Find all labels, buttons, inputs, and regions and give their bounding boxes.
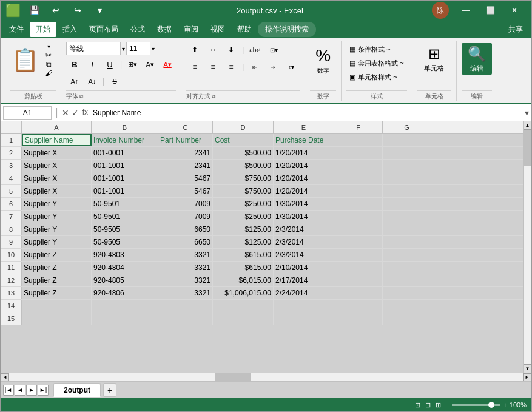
cell[interactable] <box>334 300 383 312</box>
row-number[interactable]: 3 <box>1 160 22 172</box>
cell[interactable]: $500.00 <box>213 160 274 172</box>
scroll-thumb[interactable] <box>524 130 531 166</box>
cell[interactable] <box>213 312 274 325</box>
row-number[interactable]: 10 <box>1 249 22 261</box>
cell[interactable] <box>383 185 431 197</box>
cell-style-button[interactable]: ▣ 单元格样式 ~ <box>346 71 406 84</box>
row-number[interactable]: 6 <box>1 198 22 210</box>
user-avatar[interactable]: 陈 <box>432 2 449 19</box>
cell[interactable] <box>158 300 213 312</box>
cell-reference-input[interactable] <box>3 106 52 120</box>
cell[interactable]: 6650 <box>158 223 213 235</box>
zoom-out-button[interactable]: − <box>446 401 450 408</box>
align-left-button[interactable]: ≡ <box>186 59 203 75</box>
border-button[interactable]: ⊞▾ <box>124 56 141 72</box>
bold-button[interactable]: B <box>66 56 83 72</box>
menu-data[interactable]: 数据 <box>151 22 178 37</box>
cell[interactable] <box>334 249 383 261</box>
fill-color-button[interactable]: A▾ <box>141 56 158 72</box>
cell[interactable] <box>334 172 383 184</box>
cell[interactable]: 5467 <box>158 185 213 197</box>
align-dialog-launcher[interactable]: ⧉ <box>212 93 215 100</box>
zoom-in-button[interactable]: + <box>503 401 507 408</box>
cell[interactable]: 1/20/2014 <box>274 185 334 197</box>
cell[interactable] <box>22 300 92 312</box>
font-dialog-launcher[interactable]: ⧉ <box>79 93 83 100</box>
cell[interactable]: 50-9501 <box>92 211 158 223</box>
underline-button[interactable]: U <box>101 56 118 72</box>
cell[interactable] <box>158 312 213 325</box>
menu-home[interactable]: 开始 <box>30 22 56 37</box>
col-header-b[interactable]: B <box>92 121 158 133</box>
cell[interactable]: $750.00 <box>213 185 274 197</box>
cell[interactable] <box>383 147 431 159</box>
font-name-dropdown[interactable]: ▾ <box>122 46 125 52</box>
cell[interactable]: 2/3/2014 <box>274 249 334 261</box>
cell[interactable] <box>383 134 431 146</box>
restore-button[interactable]: ⬜ <box>478 1 502 20</box>
cell[interactable]: Supplier X <box>22 172 92 184</box>
tab-nav-prev[interactable]: ◄ <box>15 385 25 396</box>
cell[interactable] <box>334 223 383 235</box>
align-top-button[interactable]: ⬆ <box>186 42 203 58</box>
menu-help[interactable]: 帮助 <box>231 22 258 37</box>
pagebreak-view-button[interactable]: ⊞ <box>436 401 441 409</box>
cell[interactable]: Supplier X <box>22 147 92 159</box>
cell[interactable] <box>334 236 383 248</box>
conditional-format-button[interactable]: ▦ 条件格式 ~ <box>346 43 406 56</box>
row-number[interactable]: 15 <box>1 312 22 325</box>
formula-input[interactable] <box>90 106 522 120</box>
decrease-font-button[interactable]: A↓ <box>84 73 101 89</box>
cell[interactable]: 50-9505 <box>92 236 158 248</box>
cell[interactable]: $250.00 <box>213 198 274 210</box>
cell[interactable]: Supplier Z <box>22 274 92 286</box>
cell[interactable] <box>334 274 383 286</box>
cell[interactable] <box>334 147 383 159</box>
cell[interactable]: 001-1001 <box>92 160 158 172</box>
italic-button[interactable]: I <box>84 56 101 72</box>
col-header-g[interactable]: G <box>383 121 431 133</box>
menu-page-layout[interactable]: 页面布局 <box>83 22 124 37</box>
cell[interactable]: 7009 <box>158 198 213 210</box>
percent-button[interactable]: % 数字 <box>310 43 336 78</box>
menu-share[interactable]: 共享 <box>502 22 529 37</box>
cell[interactable]: 3321 <box>158 274 213 286</box>
cell[interactable]: $615.00 <box>213 249 274 261</box>
align-bottom-button[interactable]: ⬇ <box>223 42 240 58</box>
row-number[interactable]: 12 <box>1 274 22 286</box>
cell[interactable] <box>383 300 431 312</box>
cell[interactable]: 1/20/2014 <box>274 147 334 159</box>
cell[interactable]: $615.00 <box>213 262 274 274</box>
cell[interactable]: 001-0001 <box>92 147 158 159</box>
minimize-button[interactable]: — <box>454 1 478 20</box>
cell[interactable]: Part Number <box>158 134 213 146</box>
scroll-up-button[interactable]: ▲ <box>524 121 531 130</box>
cell[interactable] <box>383 249 431 261</box>
cell[interactable]: 920-4806 <box>92 287 158 299</box>
cell[interactable]: 2/10/2014 <box>274 262 334 274</box>
cell[interactable]: 50-9505 <box>92 223 158 235</box>
cell[interactable]: 920-4805 <box>92 274 158 286</box>
cell[interactable] <box>334 287 383 299</box>
font-color-button[interactable]: A▾ <box>159 56 176 72</box>
cell[interactable]: Supplier Y <box>22 236 92 248</box>
cell[interactable] <box>383 211 431 223</box>
increase-indent-button[interactable]: ⇥ <box>264 59 281 75</box>
cell[interactable]: Supplier Z <box>22 287 92 299</box>
strikethrough-button[interactable]: S <box>106 73 123 89</box>
cell[interactable]: Cost <box>213 134 274 146</box>
cell[interactable]: 3321 <box>158 287 213 299</box>
cell[interactable]: 6650 <box>158 236 213 248</box>
cell[interactable]: 3321 <box>158 262 213 274</box>
close-button[interactable]: ✕ <box>502 1 527 20</box>
quick-access-save[interactable]: 💾 <box>25 2 42 19</box>
cell[interactable]: Supplier Y <box>22 223 92 235</box>
cell[interactable]: 1/30/2014 <box>274 211 334 223</box>
cell[interactable]: 1/20/2014 <box>274 172 334 184</box>
row-number[interactable]: 9 <box>1 236 22 248</box>
cell[interactable] <box>334 160 383 172</box>
menu-review[interactable]: 审阅 <box>178 22 204 37</box>
row-number[interactable]: 11 <box>1 262 22 274</box>
cell[interactable] <box>334 211 383 223</box>
text-direction-button[interactable]: ↕▾ <box>283 59 300 75</box>
